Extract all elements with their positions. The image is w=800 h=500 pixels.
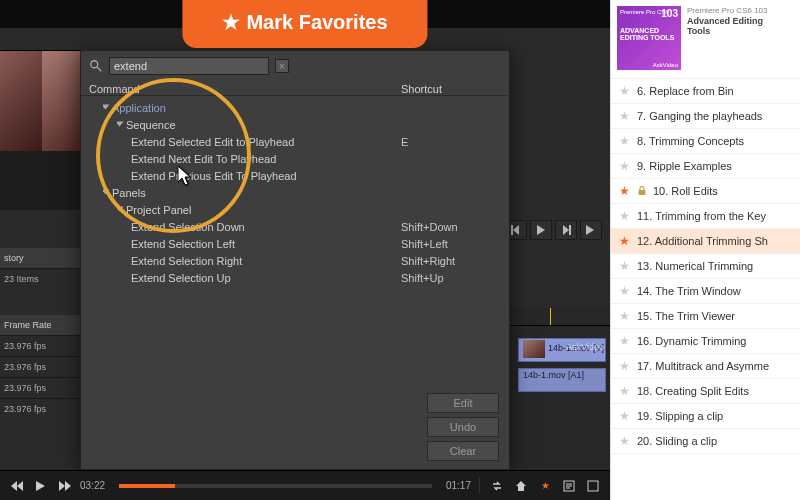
shortcut-row[interactable]: Extend Selected Edit to Playhead xyxy=(131,134,401,151)
favorite-star-icon[interactable]: ★ xyxy=(619,134,631,148)
favorite-star-icon[interactable]: ★ xyxy=(619,384,631,398)
svg-marker-10 xyxy=(11,481,17,491)
shortcut-tree: Application Sequence Extend Selected Edi… xyxy=(81,96,509,291)
loop-button[interactable] xyxy=(488,477,506,495)
svg-rect-2 xyxy=(511,225,513,235)
favorite-star-icon[interactable]: ★ xyxy=(619,234,631,248)
course-number: 103 xyxy=(661,8,678,19)
favorite-button[interactable]: ★ xyxy=(536,477,554,495)
play-button[interactable] xyxy=(32,477,50,495)
shortcut-row[interactable]: Extend Next Edit To Playhead xyxy=(131,151,401,168)
playlist-item[interactable]: ★19. Slipping a clip xyxy=(611,404,800,429)
timeline-ruler[interactable] xyxy=(510,308,610,326)
notes-button[interactable] xyxy=(560,477,578,495)
next-track-button[interactable] xyxy=(56,477,74,495)
playlist-item[interactable]: ★15. The Trim Viewer xyxy=(611,304,800,329)
playlist-item[interactable]: ★16. Dynamic Trimming xyxy=(611,329,800,354)
svg-rect-20 xyxy=(588,481,598,491)
playlist-item[interactable]: ★10. Roll Edits xyxy=(611,179,800,204)
playlist-item-label: 18. Creating Split Edits xyxy=(637,385,749,397)
svg-marker-3 xyxy=(537,225,545,235)
shortcut-key: Shift+Up xyxy=(401,270,501,287)
favorite-star-icon[interactable]: ★ xyxy=(619,109,631,123)
progress-fill xyxy=(119,484,175,488)
shortcut-row[interactable]: Extend Selection Right xyxy=(131,253,401,270)
step-fwd-button[interactable] xyxy=(555,220,577,240)
svg-marker-9 xyxy=(178,166,190,185)
shortcut-row[interactable]: Extend Selection Up xyxy=(131,270,401,287)
svg-rect-21 xyxy=(639,190,646,195)
column-header: Frame Rate xyxy=(0,315,86,335)
playlist-item[interactable]: ★11. Trimming from the Key xyxy=(611,204,800,229)
lock-icon xyxy=(637,186,647,196)
favorite-star-icon[interactable]: ★ xyxy=(619,184,631,198)
favorite-star-icon[interactable]: ★ xyxy=(619,434,631,448)
playlist-item[interactable]: ★14. The Trim Window xyxy=(611,279,800,304)
playhead-icon[interactable] xyxy=(550,308,551,325)
shortcut-key xyxy=(401,151,501,168)
favorite-star-icon[interactable]: ★ xyxy=(619,284,631,298)
play-button[interactable] xyxy=(530,220,552,240)
course-thumbnail: Premiere Pro CS6 103 ADVANCED EDITING TO… xyxy=(617,6,681,70)
svg-marker-4 xyxy=(563,225,569,235)
disclosure-triangle-icon[interactable] xyxy=(117,207,124,212)
disclosure-triangle-icon[interactable] xyxy=(117,122,124,127)
favorite-star-icon[interactable]: ★ xyxy=(619,334,631,348)
playlist-item[interactable]: ★13. Numerical Trimming xyxy=(611,254,800,279)
favorite-star-icon[interactable]: ★ xyxy=(619,309,631,323)
favorite-star-icon[interactable]: ★ xyxy=(619,84,631,98)
group-sequence[interactable]: Sequence xyxy=(126,119,176,131)
home-button[interactable] xyxy=(512,477,530,495)
playlist-item[interactable]: ★7. Ganging the playheads xyxy=(611,104,800,129)
next-button[interactable] xyxy=(580,220,602,240)
playlist-item-label: 12. Additional Trimming Sh xyxy=(637,235,768,247)
playlist-item[interactable]: ★6. Replace from Bin xyxy=(611,79,800,104)
course-header: Premiere Pro CS6 103 ADVANCED EDITING TO… xyxy=(611,0,800,79)
favorite-star-icon[interactable]: ★ xyxy=(619,359,631,373)
undo-button[interactable]: Undo xyxy=(427,417,499,437)
favorite-star-icon[interactable]: ★ xyxy=(619,159,631,173)
svg-marker-1 xyxy=(513,225,519,235)
playlist-item[interactable]: ★12. Additional Trimming Sh xyxy=(611,229,800,254)
search-input[interactable] xyxy=(109,57,269,75)
disclosure-triangle-icon[interactable] xyxy=(103,105,110,110)
search-icon xyxy=(89,59,103,73)
playlist-item[interactable]: ★8. Trimming Concepts xyxy=(611,129,800,154)
fullscreen-button[interactable] xyxy=(584,477,602,495)
edit-button[interactable]: Edit xyxy=(427,393,499,413)
playlist-item[interactable]: ★9. Ripple Examples xyxy=(611,154,800,179)
shortcut-row[interactable]: Extend Selection Left xyxy=(131,236,401,253)
group-panels[interactable]: Panels xyxy=(112,187,146,199)
clear-button[interactable]: Clear xyxy=(427,441,499,461)
shortcut-row[interactable]: Extend Previous Edit To Playhead xyxy=(131,168,401,185)
thumb-brand: AskVideo xyxy=(653,62,678,68)
playlist[interactable]: ★6. Replace from Bin★7. Ganging the play… xyxy=(611,79,800,500)
group-project-panel[interactable]: Project Panel xyxy=(126,204,191,216)
video-thumbnail xyxy=(0,51,42,151)
timeline-panel: 14b-1.mov [V] Opacity:O AskVideo 14b-1.m… xyxy=(510,308,610,470)
clear-search-button[interactable]: × xyxy=(275,59,289,73)
prev-track-button[interactable] xyxy=(8,477,26,495)
group-application[interactable]: Application xyxy=(112,102,166,114)
shortcut-key xyxy=(401,168,501,185)
divider xyxy=(479,478,480,494)
video-thumbnail xyxy=(42,51,84,151)
disclosure-triangle-icon[interactable] xyxy=(103,190,110,195)
shortcut-row[interactable]: Extend Selection Down xyxy=(131,219,401,236)
svg-marker-6 xyxy=(586,225,594,235)
svg-point-7 xyxy=(91,61,98,68)
playlist-item[interactable]: ★17. Multitrack and Asymme xyxy=(611,354,800,379)
playlist-item[interactable]: ★18. Creating Split Edits xyxy=(611,379,800,404)
favorite-star-icon[interactable]: ★ xyxy=(619,259,631,273)
project-panel: story 23 Items Frame Rate 23.976 fps 23.… xyxy=(0,248,86,419)
svg-marker-13 xyxy=(59,481,65,491)
fps-cell: 23.976 fps xyxy=(0,377,86,398)
favorite-star-icon[interactable]: ★ xyxy=(619,409,631,423)
svg-marker-11 xyxy=(17,481,23,491)
favorite-star-icon[interactable]: ★ xyxy=(619,209,631,223)
progress-bar[interactable] xyxy=(119,484,432,488)
playlist-item[interactable]: ★20. Sliding a clip xyxy=(611,429,800,454)
audio-clip[interactable]: 14b-1.mov [A1] xyxy=(518,368,606,392)
watermark: AskVideo xyxy=(566,342,604,352)
playlist-sidebar: Premiere Pro CS6 103 ADVANCED EDITING TO… xyxy=(610,0,800,500)
